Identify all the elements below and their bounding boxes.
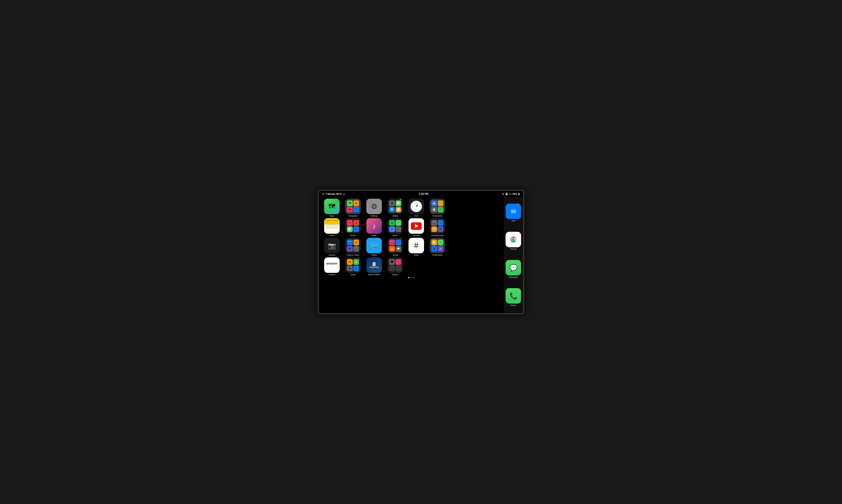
slack-label: Slack [414, 254, 419, 256]
utilities-folder: 📱 📊 🔢 📉 [388, 199, 403, 214]
music-icon-wrap: ♪ [366, 218, 382, 234]
app-navigation[interactable]: 🗺 W ❤ T Navigation [344, 199, 362, 217]
amazon-label: Amazon [328, 273, 335, 276]
svg-text:6: 6 [416, 210, 417, 211]
social-badge: 1 [400, 238, 403, 239]
smart-folder: 🛍 🏠 📱 T [345, 257, 361, 273]
app-camera[interactable]: 📷 Camera [323, 238, 341, 256]
airplay-icon: ▭ [509, 193, 511, 195]
page-dot-1 [408, 277, 409, 278]
photovideo-label: Photo & Video [347, 254, 359, 256]
sidebar-chrome[interactable]: Chrome [505, 232, 521, 250]
camera-label: Camera [328, 254, 335, 256]
poker-king-label: POKER KING [370, 267, 379, 268]
navigation-folder: 🗺 W ❤ T [345, 199, 361, 214]
phone-handset-icon: 📞 [510, 292, 517, 300]
sidebar-phone[interactable]: 📞 1 Phone [505, 288, 521, 306]
mail-badge: 1,561 [517, 204, 521, 204]
smart-label: Smart [350, 273, 356, 276]
tv-frame: T-Mobile Wi-Fi ▲ 1:25 PM ➤ ⏰ ▭ 69% ▮ [318, 190, 524, 314]
chrome-label: Chrome [510, 248, 517, 250]
gear-icon: ⚙ [371, 202, 377, 211]
phone-icon-wrap: 📞 1 [505, 288, 521, 304]
utilities-badge: 586 [399, 199, 403, 200]
app-entertainment[interactable]: 🎬 📺 📡 🎞 Entertainment [428, 218, 447, 236]
app-music[interactable]: ♪ Music [365, 218, 383, 236]
social-label: Social [393, 254, 398, 256]
app-smart[interactable]: 🛍 🏠 📱 T 1 Smart [344, 257, 362, 276]
app-amazon[interactable]: amazon ⌣ Amazon [323, 257, 341, 276]
app-maps[interactable]: 🗺 Maps [323, 199, 341, 217]
entertainment-folder: 🎬 📺 📡 🎞 [430, 218, 445, 234]
app-row-1: 🗺 Maps 🗺 W ❤ T Nav [323, 199, 500, 217]
app-texasholdem[interactable]: 🃏 POKER KING Texas Holdem [365, 257, 383, 276]
twitter-label: Twitter [371, 254, 377, 256]
words-folder: ✂ N 📝 C [345, 218, 361, 234]
signal-bars-icon [323, 193, 325, 195]
clock-label: Clock [414, 215, 419, 217]
app-twitter[interactable]: 🐦 2 Twitter [365, 238, 383, 256]
youtube-play-triangle [415, 224, 418, 228]
maps-label: Maps [329, 215, 334, 217]
poker-icon: 🃏 [372, 262, 376, 266]
app-music2[interactable]: S 📍 G ♪ Music [386, 218, 405, 236]
maps-icon: 🗺 [328, 202, 335, 211]
page-dot-3 [413, 277, 415, 278]
smart-badge: 1 [358, 257, 361, 259]
slack-icon-wrap: # [409, 238, 424, 253]
productivity2-folder: 📊 ✓ 📱 ⚡ [430, 238, 445, 253]
battery-percent: 69% [513, 193, 517, 195]
photovideo-folder: 📷 LR 🎞 🎬 [345, 238, 361, 253]
app-games[interactable]: 🅱 🎮 · · Games [386, 257, 405, 276]
svg-text:12: 12 [416, 202, 417, 203]
alarm-icon: ⏰ [505, 193, 508, 195]
smart-icon-wrap: 🛍 🏠 📱 T 1 [345, 257, 361, 273]
games-icon-wrap: 🅱 🎮 · · [388, 257, 403, 273]
social-folder: 📸 f 🔥 💬 [388, 238, 403, 253]
app-photovideo[interactable]: 📷 LR 🎞 🎬 Photo & Video [344, 238, 362, 256]
app-words[interactable]: ✂ N 📝 C Words [344, 218, 362, 236]
app-clock[interactable]: 12 3 6 9 Cloc [407, 199, 426, 217]
productivity-icon-wrap: 📅 🛒 📋 ✓ [430, 199, 445, 214]
sidebar-mail[interactable]: ✉ 1,561 Mail [505, 204, 521, 222]
app-notes[interactable]: Notes [323, 218, 341, 236]
app-youtube[interactable]: YouTube [407, 218, 426, 236]
words-icon-wrap: ✂ N 📝 C [345, 218, 361, 234]
entertainment-icon-wrap: 🎬 📺 📡 🎞 [430, 218, 445, 234]
music-note-icon: ♪ [372, 222, 376, 230]
app-utilities[interactable]: 📱 📊 🔢 📉 586 Utilities [386, 199, 405, 217]
texasholdem-icon-wrap: 🃏 POKER KING [366, 257, 382, 273]
app-productivity2[interactable]: 📊 ✓ 📱 ⚡ Productivity [428, 238, 447, 256]
mail-inner: ✉ [505, 204, 521, 219]
app-slack[interactable]: # Slack [407, 238, 426, 256]
svg-text:3: 3 [420, 206, 420, 207]
amazon-smile-icon: ⌣ [331, 265, 333, 269]
mail-envelope-icon: ✉ [511, 208, 516, 215]
youtube-icon [409, 218, 424, 234]
games-folder: 🅱 🎮 · · [388, 257, 403, 273]
app-productivity[interactable]: 📅 🛒 📋 ✓ Productivity [428, 199, 447, 217]
app-social[interactable]: 📸 f 🔥 💬 1 Social [386, 238, 405, 256]
chrome-inner [505, 232, 521, 247]
texas-inner: 🃏 POKER KING [366, 257, 382, 273]
sidebar-dock: ✉ 1,561 Mail [504, 197, 523, 313]
navigation-label: Navigation [348, 215, 358, 217]
twitter-icon-wrap: 🐦 2 [366, 238, 382, 253]
entertainment-label: Entertainment [431, 234, 443, 236]
page-dot-2 [411, 277, 412, 278]
texasholdem-label: Texas Holdem [368, 273, 380, 276]
svg-text:9: 9 [412, 206, 413, 207]
status-right: ➤ ⏰ ▭ 69% ▮ [502, 193, 519, 195]
app-row-2: Notes ✂ N 📝 C Words [323, 218, 500, 236]
settings-badge: 1 [379, 199, 382, 200]
music2-folder: S 📍 G ♪ [388, 218, 403, 234]
camera-inner: 📷 [324, 238, 340, 253]
carrier-label: T-Mobile Wi-Fi [326, 193, 342, 195]
messages-icon-wrap: 💬 [505, 260, 521, 275]
sidebar-messages[interactable]: 💬 Messages [505, 260, 521, 278]
notes-icon-wrap [324, 218, 340, 234]
messages-bubble-icon: 💬 [510, 264, 517, 272]
photovideo-icon-wrap: 📷 LR 🎞 🎬 [345, 238, 361, 253]
camera-icon: 📷 [328, 242, 336, 249]
app-settings[interactable]: ⚙ 1 Settings [365, 199, 383, 217]
